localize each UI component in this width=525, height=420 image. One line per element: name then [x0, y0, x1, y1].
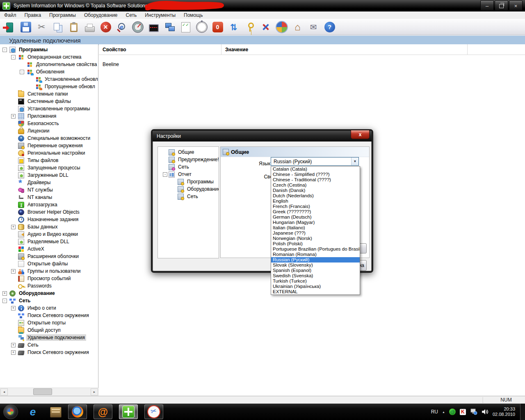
dropdown-option[interactable]: German (Deutsch) — [271, 215, 360, 220]
screenshot-tool-taskbar-button[interactable]: ✂ — [144, 404, 163, 419]
dropdown-option[interactable]: Turkish (Turkce) — [271, 278, 360, 284]
tree-item-Сеть[interactable]: Сеть — [158, 163, 219, 171]
dropdown-option[interactable]: Chinese - Traditional (????) — [271, 177, 360, 183]
clock[interactable]: 20:33 02.08.2010 — [493, 406, 515, 417]
tree-item-Удаленные подключения[interactable]: Удаленные подключения — [0, 334, 98, 341]
kaspersky-tray-icon[interactable]: K — [460, 409, 466, 415]
expand-icon[interactable]: + — [11, 343, 16, 347]
internet-explorer-taskbar-button[interactable]: e — [27, 404, 39, 419]
scroll-left-button[interactable]: ◄ — [0, 388, 8, 395]
tree-item-Обновления[interactable]: -Обновления — [0, 68, 98, 75]
home-button[interactable]: ⌂ — [290, 20, 306, 34]
tree-item-Аудио и Видео кодеки[interactable]: Аудио и Видео кодеки — [0, 231, 98, 238]
tree-item-NT каналы[interactable]: NT каналы — [0, 194, 98, 201]
start-taskbar-button[interactable] — [3, 404, 18, 419]
windows-update-button[interactable] — [274, 20, 290, 34]
network-pc-button[interactable] — [162, 20, 178, 34]
expand-icon[interactable]: + — [11, 225, 16, 229]
menu-item-Файл[interactable]: Файл — [0, 11, 21, 19]
tree-item-Загруженные DLL[interactable]: Загруженные DLL — [0, 171, 98, 179]
expand-icon[interactable]: + — [11, 306, 16, 310]
dropdown-option[interactable]: Ukrainian (Українська) — [271, 284, 360, 289]
tree-item-Системные файлы[interactable]: Системные файлы — [0, 98, 98, 105]
show-desktop-button[interactable] — [520, 404, 525, 420]
menu-item-Инструменты[interactable]: Инструменты — [141, 11, 180, 19]
expand-icon[interactable]: + — [2, 291, 7, 296]
close-button[interactable]: × — [509, 0, 523, 11]
column-value[interactable]: Значение — [221, 44, 468, 55]
expand-icon[interactable]: + — [11, 350, 16, 355]
scrollbar-thumb[interactable] — [33, 388, 52, 395]
menu-item-Помощь[interactable]: Помощь — [180, 11, 207, 19]
dropdown-option[interactable]: Romanian (Romana) — [271, 252, 360, 257]
table-row[interactable]: Beeline — [99, 55, 525, 67]
tree-item-Оборудование[interactable]: +Оборудование — [0, 290, 98, 297]
tree-item-Переменные окружения[interactable]: Переменные окружения — [0, 142, 98, 149]
tree-item-Драйверы[interactable]: Драйверы — [0, 179, 98, 186]
report-search-button[interactable]: e — [114, 20, 130, 34]
tree-item-Browser Helper Objects[interactable]: Browser Helper Objects — [0, 208, 98, 216]
dropdown-option[interactable]: Polish (Polski) — [271, 241, 360, 247]
dropdown-option[interactable]: Greek (????????) — [271, 209, 360, 215]
tree-item-Открытые порты[interactable]: Открытые порты — [0, 319, 98, 326]
hidden-icons-icon[interactable]: ▲ — [442, 411, 445, 413]
tree-item-Лицензии[interactable]: Лицензии — [0, 127, 98, 135]
mailru-tray-icon[interactable]: @ — [449, 409, 456, 415]
tree-item-Назначенные задания[interactable]: Назначенные задания — [0, 216, 98, 223]
column-property[interactable]: Свойство — [99, 44, 221, 55]
tree-item-Установленные обновл[interactable]: Установленные обновл — [0, 75, 98, 83]
dropdown-option[interactable]: Russian (Руский) — [271, 257, 360, 262]
tree-item-Общий доступ[interactable]: Общий доступ — [0, 326, 98, 334]
gauge-button[interactable] — [130, 20, 146, 34]
dropdown-option[interactable]: Italian (Italiano) — [271, 225, 360, 231]
save-button[interactable] — [18, 20, 34, 34]
dialog-close-button[interactable]: x — [351, 130, 370, 139]
tree-item-Сеть[interactable]: +Сеть — [0, 341, 98, 349]
collapse-icon[interactable]: - — [163, 172, 167, 177]
refresh-button[interactable]: ⇄ — [226, 20, 242, 34]
tree-item-Программы[interactable]: -Программы — [0, 46, 98, 53]
collapse-icon[interactable]: - — [2, 299, 7, 303]
timer-button[interactable] — [194, 20, 210, 34]
tree-item-Региональные настройки[interactable]: Региональные настройки — [0, 149, 98, 157]
tree-item-Просмотр событий[interactable]: Просмотр событий — [0, 275, 98, 282]
key-button[interactable] — [242, 20, 258, 34]
tree-item-Общие[interactable]: Общие — [158, 148, 219, 156]
dropdown-option[interactable]: Swedish (Svenska) — [271, 273, 360, 278]
tools-button[interactable] — [258, 20, 274, 34]
dropdown-option[interactable]: Chinese - Simplified (????) — [271, 172, 360, 177]
dropdown-option[interactable]: Japanese (???) — [271, 231, 360, 236]
tree-item-Расширения оболочки[interactable]: Расширения оболочки — [0, 253, 98, 260]
language-indicator[interactable]: RU — [431, 409, 438, 415]
monitor-button[interactable] — [146, 20, 162, 34]
file-manager-taskbar-button[interactable] — [50, 404, 62, 419]
dropdown-option[interactable]: English — [271, 199, 360, 204]
tree-item-Программы[interactable]: Программы — [158, 178, 219, 185]
print-button[interactable] — [82, 20, 98, 34]
dropdown-option[interactable]: Czech (Cestina) — [271, 183, 360, 188]
tree-item-Разделяемые DLL[interactable]: Разделяемые DLL — [0, 238, 98, 245]
chevron-down-icon[interactable]: ▼ — [351, 158, 358, 165]
dropdown-option[interactable]: Portuguese Brazilian (Portugues do Brasi… — [271, 247, 360, 252]
collapse-icon[interactable]: - — [20, 70, 24, 74]
tree-item-Открытые файлы[interactable]: Открытые файлы — [0, 260, 98, 267]
power-button[interactable]: 0 — [210, 20, 226, 34]
tree-item-Поиск Сетевого окружения[interactable]: Поиск Сетевого окружения — [0, 312, 98, 319]
language-combobox[interactable]: Russian (Руский) ▼ — [271, 157, 359, 166]
collapse-icon[interactable]: - — [11, 55, 16, 59]
tree-item-Установленные программы[interactable]: Установленные программы — [0, 105, 98, 112]
exit-button[interactable] — [2, 20, 18, 34]
copy-button[interactable] — [50, 20, 66, 34]
dropdown-option[interactable]: Spanish (Espanol) — [271, 268, 360, 273]
tree-item-Системные папки[interactable]: Системные папки — [0, 90, 98, 98]
paste-button[interactable] — [66, 20, 82, 34]
tree-item-Сеть[interactable]: -Сеть — [0, 297, 98, 304]
tree-item-Автозагрузка[interactable]: Автозагрузка — [0, 201, 98, 208]
tree-item-Безопасность[interactable]: Безопасность — [0, 120, 98, 127]
mailru-agent-taskbar-button[interactable]: @ — [94, 404, 112, 419]
help-button[interactable]: ? — [322, 20, 338, 34]
tree-item-Поиск Сетевого окружения[interactable]: +Поиск Сетевого окружения — [0, 349, 98, 356]
tree-item-Операционная система[interactable]: -Операционная система — [0, 53, 98, 61]
siw-taskbar-button[interactable] — [119, 404, 138, 419]
expand-icon[interactable]: + — [11, 114, 16, 119]
